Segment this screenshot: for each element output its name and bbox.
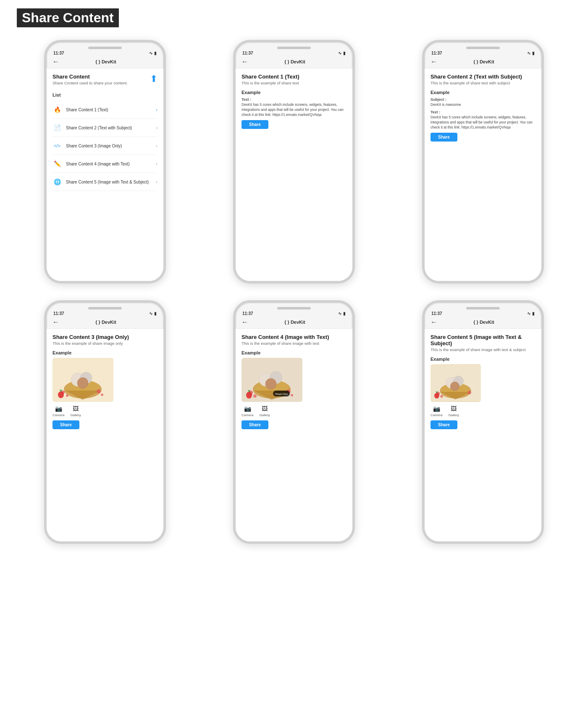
gallery-option-4[interactable]: 🖼 Gallery	[70, 405, 81, 417]
gallery-option-6[interactable]: 🖼 Gallery	[448, 405, 459, 417]
list-item-5[interactable]: 🌐 Share Content 5 (Image with Text & Sub…	[52, 173, 158, 191]
time-3: 11:37	[431, 51, 442, 55]
share-button-4[interactable]: Share	[52, 420, 79, 429]
battery-icon-5: ▮	[343, 311, 346, 316]
status-icons-2: ∿ ▮	[338, 51, 346, 55]
battery-icon-2: ▮	[343, 51, 346, 55]
screen-title-2: Share Content 1 (Text)	[242, 73, 346, 80]
list-item-3[interactable]: </> Share Content 3 (Image Only) ›	[52, 137, 158, 155]
status-icons-5: ∿ ▮	[338, 311, 346, 316]
share-button-6[interactable]: Share	[430, 420, 457, 429]
status-icons-3: ∿ ▮	[527, 51, 535, 55]
nav-title-6: { } DevKit	[441, 320, 527, 325]
pencil-icon: ✏️	[52, 159, 62, 168]
battery-icon-4: ▮	[154, 311, 157, 316]
gallery-icon-4: 🖼	[73, 405, 79, 412]
list-item-text-5: Share Content 5 (Image with Text & Subje…	[66, 180, 156, 184]
share-header-1: Share Content Share Content used to shar…	[52, 73, 158, 90]
food-image-5: Häagen-Dazs	[242, 358, 302, 402]
wifi-icon-1: ∿	[149, 51, 152, 55]
code-icon: </>	[52, 141, 62, 150]
chevron-1: ›	[156, 107, 158, 112]
svg-point-8	[97, 389, 101, 394]
svg-point-33	[434, 393, 439, 399]
camera-option-5[interactable]: 📷 Camera	[242, 405, 253, 417]
phone-1: 11:37 ∿ ▮ ← { } DevKit Share Content Sha…	[44, 40, 166, 283]
list-item-text-2: Share Content 2 (Text with Subject)	[66, 126, 156, 130]
example-label-2: Example	[242, 90, 346, 95]
phone-2: 11:37 ∿ ▮ ← { } DevKit Share Content 1 (…	[233, 40, 355, 283]
camera-label-5: Camera	[242, 413, 253, 417]
phone-1-wrapper: 11:37 ∿ ▮ ← { } DevKit Share Content Sha…	[17, 40, 193, 283]
field-label-2-0: Text :	[242, 97, 346, 102]
svg-point-31	[440, 395, 443, 398]
nav-5: ← { } DevKit	[236, 317, 352, 329]
share-button-2[interactable]: Share	[242, 120, 268, 129]
status-icons-1: ∿ ▮	[149, 51, 157, 55]
phone-6: 11:37 ∿ ▮ ← { } DevKit Share Content 5 (…	[422, 300, 544, 544]
camera-option-4[interactable]: 📷 Camera	[52, 405, 64, 417]
section-label-1: List	[52, 92, 158, 97]
phone-5-wrapper: 11:37 ∿ ▮ ← { } DevKit Share Content 4 (…	[206, 300, 382, 544]
screen-title-5: Share Content 4 (Image with Text)	[242, 334, 346, 340]
list-item-2[interactable]: 📄 Share Content 2 (Text with Subject) ›	[52, 119, 158, 137]
status-icons-6: ∿ ▮	[527, 311, 535, 316]
phone-3-wrapper: 11:37 ∿ ▮ ← { } DevKit Share Content 2 (…	[395, 40, 571, 283]
food-image-4	[52, 358, 113, 402]
camera-gallery-row-5: 📷 Camera 🖼 Gallery	[242, 405, 346, 417]
screen-subtitle-3: This is the example of share text with s…	[430, 81, 536, 86]
time-6: 11:37	[431, 311, 442, 316]
status-bar-5: 11:37 ∿ ▮	[236, 310, 352, 317]
phone-5: 11:37 ∿ ▮ ← { } DevKit Share Content 4 (…	[233, 300, 355, 544]
back-button-2[interactable]: ←	[242, 58, 248, 66]
back-button-5[interactable]: ←	[242, 318, 248, 326]
svg-point-18	[253, 394, 257, 398]
time-1: 11:37	[53, 51, 64, 55]
phone-2-wrapper: 11:37 ∿ ▮ ← { } DevKit Share Content 1 (…	[206, 40, 382, 283]
screen-subtitle-6: This is the example of share image with …	[430, 347, 536, 352]
back-button-6[interactable]: ←	[430, 318, 437, 326]
example-label-3: Example	[430, 90, 536, 95]
gallery-option-5[interactable]: 🖼 Gallery	[259, 405, 270, 417]
title-area-1: Share Content Share Content used to shar…	[52, 73, 128, 90]
svg-point-9	[101, 394, 103, 396]
screen-content-4: Share Content 3 (Image Only) This is the…	[47, 329, 163, 541]
phone-3: 11:37 ∿ ▮ ← { } DevKit Share Content 2 (…	[422, 40, 544, 283]
status-bar-1: 11:37 ∿ ▮	[47, 49, 163, 56]
wifi-icon-5: ∿	[338, 311, 341, 316]
camera-gallery-row-4: 📷 Camera 🖼 Gallery	[52, 405, 158, 417]
list-item-4[interactable]: ✏️ Share Content 4 (Image with Text) ›	[52, 155, 158, 173]
gallery-label-5: Gallery	[259, 413, 270, 417]
svg-point-29	[450, 382, 459, 391]
status-bar-6: 11:37 ∿ ▮	[425, 310, 541, 317]
field-label-3-1: Text :	[430, 110, 536, 114]
food-image-6	[430, 364, 481, 402]
share-button-5[interactable]: Share	[242, 420, 268, 429]
globe-icon: 🌐	[52, 177, 62, 186]
time-2: 11:37	[242, 51, 253, 55]
status-bar-2: 11:37 ∿ ▮	[236, 49, 352, 56]
time-5: 11:37	[242, 311, 253, 316]
svg-point-16	[265, 378, 276, 389]
field-value-2-0: DevKit has 5 cores which include screens…	[242, 102, 346, 118]
svg-point-32	[468, 391, 471, 394]
screen-content-5: Share Content 4 (Image with Text) This i…	[236, 329, 352, 541]
share-button-3[interactable]: Share	[430, 133, 457, 142]
gallery-icon-5: 🖼	[262, 405, 268, 412]
back-button-3[interactable]: ←	[430, 58, 437, 66]
camera-option-6[interactable]: 📷 Camera	[430, 405, 442, 417]
camera-icon-6: 📷	[433, 405, 440, 412]
screen-content-6: Share Content 5 (Image with Text & Subje…	[425, 329, 541, 541]
nav-1: ← { } DevKit	[47, 56, 163, 68]
back-button-1[interactable]: ←	[52, 58, 59, 66]
phones-grid: 11:37 ∿ ▮ ← { } DevKit Share Content Sha…	[17, 40, 571, 544]
screen-subtitle-1: Share Content used to share your content…	[52, 81, 128, 86]
screen-subtitle-2: This is the example of share text	[242, 81, 346, 86]
paper-icon: 📄	[52, 123, 62, 132]
wifi-icon-3: ∿	[527, 51, 530, 55]
chevron-4: ›	[156, 161, 158, 166]
list-item-1[interactable]: 🔥 Share Content 1 (Text) ›	[52, 101, 158, 119]
phone-4-wrapper: 11:37 ∿ ▮ ← { } DevKit Share Content 3 (…	[17, 300, 193, 544]
back-button-4[interactable]: ←	[52, 318, 59, 326]
screen-title-4: Share Content 3 (Image Only)	[52, 334, 158, 340]
